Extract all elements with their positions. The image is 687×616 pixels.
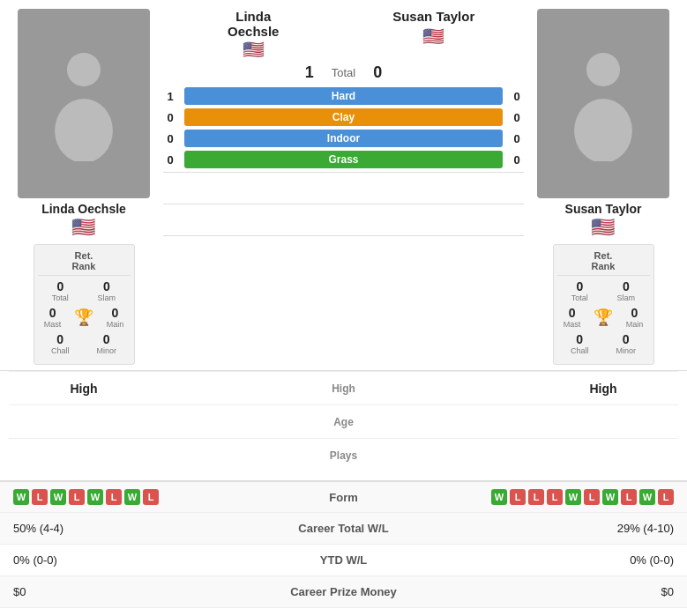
hard-score-left: 1 — [163, 90, 177, 103]
left-player-section: Linda Oechsle 🇺🇸 Ret. Rank 0 Total 0 Sla… — [9, 9, 159, 365]
age-row — [163, 204, 524, 235]
right-plays-display — [528, 438, 678, 471]
right-player-name-area: Susan Taylor 🇺🇸 — [565, 202, 642, 239]
right-player-photo — [537, 9, 669, 198]
right-career-wl: 29% (4-10) — [414, 522, 675, 535]
center-section: Linda Oechsle 🇺🇸 Susan Taylor 🇺🇸 1 Total… — [159, 9, 528, 365]
form-badge: W — [13, 489, 29, 505]
left-age-display — [9, 404, 159, 438]
left-plays-display — [9, 438, 159, 471]
right-player-name-center: Susan Taylor 🇺🇸 — [344, 9, 525, 47]
right-slam-cell: 0 Slam — [617, 279, 636, 302]
bottom-section: W L W L W L W L Form W L L L W L W L W L — [0, 480, 687, 616]
right-info-card: Ret. Rank 0 Total 0 Slam 0 — [553, 244, 654, 365]
form-label: Form — [311, 491, 376, 504]
right-total-label: Total — [571, 293, 588, 302]
right-total-val: 0 — [571, 279, 588, 293]
hard-row: 1 Hard 0 — [163, 87, 524, 105]
hard-badge: Hard — [184, 87, 503, 105]
left-mast-cell: 0 Mast — [44, 306, 62, 329]
score-right: 0 — [373, 63, 382, 82]
ytd-wl-row: 0% (0-0) YTD W/L 0% (0-0) — [0, 545, 687, 576]
right-mast-row: 0 Mast 🏆 0 Main — [557, 306, 650, 329]
form-badge: W — [639, 489, 655, 505]
left-rank-section: Ret. Rank — [38, 250, 131, 276]
left-mast-label: Mast — [44, 320, 62, 329]
left-player-flag: 🇺🇸 — [41, 216, 126, 239]
ytd-wl-label: YTD W/L — [273, 553, 414, 567]
right-player-name: Susan Taylor — [565, 202, 642, 216]
svg-point-3 — [574, 98, 632, 160]
clay-score-left: 0 — [163, 111, 177, 124]
form-badge: W — [565, 489, 581, 505]
left-chall-label: Chall — [51, 346, 70, 355]
indoor-row: 0 Indoor 0 — [163, 130, 524, 147]
form-badge: L — [143, 489, 159, 505]
ytd-titles-row: 0 YTD Titles 0 — [0, 608, 687, 616]
form-badge: W — [124, 489, 140, 505]
form-badge: L — [510, 489, 526, 505]
right-chall-cell: 0 Chall — [571, 332, 589, 355]
left-chall-val: 0 — [51, 332, 70, 346]
right-rank-sublabel: Rank — [557, 261, 650, 271]
form-badge: L — [547, 489, 563, 505]
left-total-slam: 0 Total 0 Slam — [38, 279, 131, 302]
prize-money-row: $0 Career Prize Money $0 — [0, 576, 687, 608]
form-badge: W — [602, 489, 618, 505]
left-slam-cell: 0 Slam — [98, 279, 116, 302]
right-rank-section: Ret. Rank — [557, 250, 650, 276]
left-player-name-area: Linda Oechsle 🇺🇸 — [41, 202, 126, 239]
svg-point-2 — [586, 52, 620, 85]
right-main-label: Main — [626, 320, 644, 329]
left-form-badges: W L W L W L W L — [13, 489, 311, 505]
indoor-score-right: 0 — [510, 132, 524, 145]
right-chall-minor: 0 Chall 0 Minor — [557, 332, 650, 355]
grass-score-left: 0 — [163, 153, 177, 167]
left-rank-sublabel: Rank — [38, 261, 131, 271]
right-mast-cell: 0 Mast — [564, 306, 581, 329]
left-career-wl: 50% (4-4) — [13, 522, 273, 535]
career-wl-label: Career Total W/L — [273, 522, 414, 535]
form-row: W L W L W L W L Form W L L L W L W L W L — [0, 482, 687, 513]
left-prize-money: $0 — [13, 585, 273, 598]
career-wl-row: 50% (4-4) Career Total W/L 29% (4-10) — [0, 513, 687, 545]
left-chall-cell: 0 Chall — [51, 332, 70, 355]
total-label: Total — [332, 66, 355, 79]
form-badge: W — [87, 489, 103, 505]
right-chall-label: Chall — [571, 346, 589, 355]
left-high-display: High — [9, 371, 159, 404]
right-hap-col: High — [528, 371, 678, 471]
age-center-label: Age — [159, 404, 528, 438]
form-badge: L — [69, 489, 85, 505]
right-player-section: Susan Taylor 🇺🇸 Ret. Rank 0 Total 0 Slam — [528, 9, 678, 365]
right-mast-label: Mast — [564, 320, 581, 329]
left-info-card: Ret. Rank 0 Total 0 Slam 0 — [34, 244, 135, 365]
left-mast-row: 0 Mast 🏆 0 Main — [38, 306, 131, 329]
hard-score-right: 0 — [510, 90, 524, 103]
left-player-name: Linda Oechsle — [41, 202, 126, 216]
right-player-flag: 🇺🇸 — [565, 216, 642, 239]
form-badge: L — [32, 489, 48, 505]
right-total-slam: 0 Total 0 Slam — [557, 279, 650, 302]
left-minor-val: 0 — [96, 332, 116, 346]
right-age-display — [528, 404, 678, 438]
right-high-display: High — [528, 371, 678, 404]
form-badge: W — [491, 489, 507, 505]
left-main-val: 0 — [107, 306, 124, 320]
right-mast-val: 0 — [564, 306, 581, 320]
hap-comparison: High High Age Plays High — [0, 370, 687, 471]
right-prize-money: $0 — [414, 585, 674, 598]
right-main-cell: 0 Main — [626, 306, 644, 329]
right-form-badges: W L L L W L W L W L — [376, 489, 674, 505]
left-total-cell: 0 Total — [52, 279, 69, 302]
form-badge: W — [50, 489, 66, 505]
right-minor-label: Minor — [616, 346, 636, 355]
form-badge: L — [658, 489, 674, 505]
form-badge: L — [584, 489, 600, 505]
prize-money-label: Career Prize Money — [273, 585, 414, 598]
form-badge: L — [621, 489, 637, 505]
left-main-label: Main — [107, 320, 124, 329]
right-minor-val: 0 — [616, 332, 636, 346]
high-center-label: High — [159, 371, 528, 404]
clay-row: 0 Clay 0 — [163, 108, 524, 126]
